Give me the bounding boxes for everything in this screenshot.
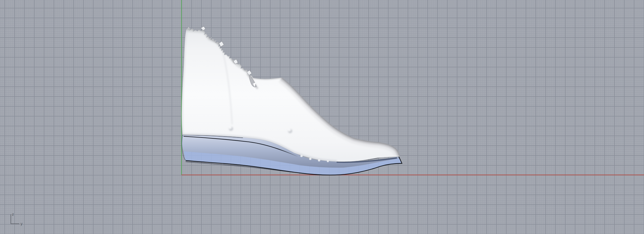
axis-gizmo: z y: [11, 212, 23, 226]
shoe-model[interactable]: [182, 26, 402, 175]
scene-svg: z y: [0, 0, 644, 234]
axis-gizmo-y-label: y: [20, 222, 23, 226]
cad-viewport[interactable]: z y: [0, 0, 644, 234]
axis-gizmo-z-label: z: [12, 212, 14, 216]
